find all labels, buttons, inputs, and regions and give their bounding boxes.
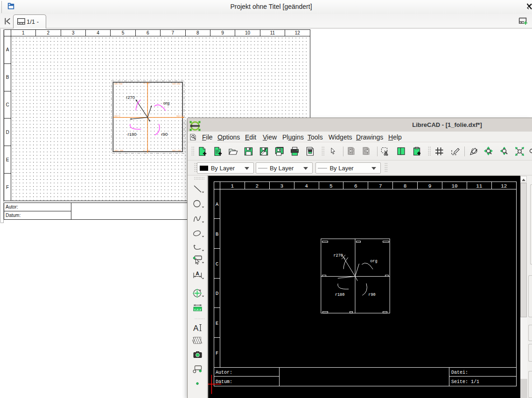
svg-text:F: F — [6, 185, 9, 190]
svg-text:Datei:: Datei: — [451, 370, 468, 375]
svg-text:Seite: 1/1: Seite: 1/1 — [451, 379, 479, 384]
svg-text:r180: r180 — [127, 132, 136, 137]
svg-text:100 / 0: 100 / 0 — [176, 115, 182, 117]
svg-text:1: 1 — [22, 30, 25, 35]
svg-text:8: 8 — [196, 30, 199, 35]
svg-text:Autor:: Autor: — [216, 370, 232, 375]
svg-text:11: 11 — [476, 183, 483, 189]
svg-text:A: A — [196, 271, 199, 276]
svg-text:4: 4 — [97, 30, 99, 35]
svg-text:-100 / 0: -100 / 0 — [114, 115, 121, 117]
svg-text:2: 2 — [255, 183, 259, 189]
svg-text:5: 5 — [329, 183, 333, 189]
svg-text:A: A — [6, 47, 9, 52]
svg-text:org: org — [163, 100, 170, 105]
svg-text:C: C — [6, 102, 9, 107]
svg-text:4: 4 — [305, 183, 308, 189]
svg-text:10: 10 — [245, 30, 251, 35]
svg-text:F: F — [216, 350, 219, 356]
svg-text:D: D — [6, 130, 9, 135]
svg-text:6: 6 — [147, 30, 149, 35]
svg-text:r270: r270 — [333, 253, 343, 258]
svg-text:3: 3 — [72, 30, 75, 35]
svg-text:Datum:: Datum: — [6, 213, 21, 218]
svg-text:7: 7 — [379, 183, 382, 189]
svg-text:11: 11 — [270, 30, 275, 35]
svg-text:E: E — [216, 321, 219, 326]
svg-text:2: 2 — [47, 30, 50, 35]
svg-text:12: 12 — [295, 30, 301, 35]
svg-text:10: 10 — [451, 183, 457, 189]
svg-text:-100 / -100: -100 / -100 — [114, 149, 124, 152]
svg-text:3: 3 — [280, 183, 283, 189]
svg-text:Autor:: Autor: — [6, 204, 18, 209]
svg-text:B: B — [216, 231, 219, 237]
svg-text:100 / -100: 100 / -100 — [172, 149, 182, 152]
svg-text:A: A — [216, 202, 219, 207]
svg-text:100 / 100: 100 / 100 — [172, 83, 181, 85]
svg-text:B: B — [6, 75, 9, 80]
svg-text:6: 6 — [354, 183, 357, 189]
svg-text:A: A — [193, 324, 199, 333]
svg-text:-100 / 100: -100 / 100 — [114, 83, 123, 85]
svg-text:0 / -100: 0 / -100 — [143, 149, 150, 152]
svg-text:r180: r180 — [335, 293, 344, 297]
svg-text:1: 1 — [231, 183, 234, 189]
svg-text:9: 9 — [221, 30, 224, 35]
svg-text:12: 12 — [501, 183, 507, 189]
svg-text:D: D — [216, 291, 219, 296]
svg-text:Datum:: Datum: — [216, 379, 232, 384]
svg-text:9: 9 — [428, 183, 432, 189]
svg-text:5: 5 — [122, 30, 125, 35]
svg-text:r270: r270 — [126, 95, 135, 100]
svg-text:8: 8 — [404, 183, 407, 189]
svg-text:C: C — [216, 261, 219, 267]
svg-text:E: E — [6, 157, 9, 162]
svg-text:0 / 100: 0 / 100 — [144, 82, 150, 84]
svg-text:org: org — [370, 259, 377, 264]
svg-text:r90: r90 — [161, 132, 168, 137]
svg-text:7: 7 — [172, 30, 175, 35]
svg-text:r90: r90 — [368, 293, 375, 297]
